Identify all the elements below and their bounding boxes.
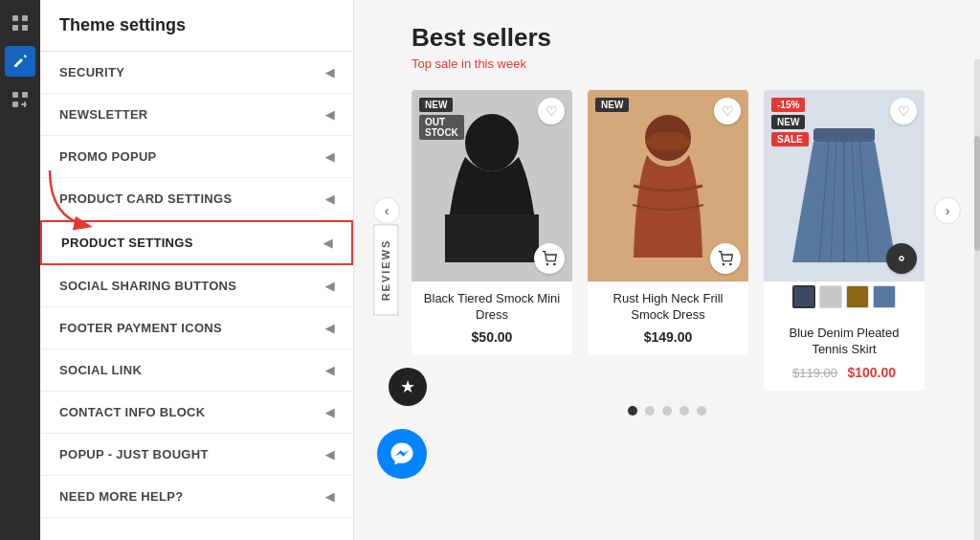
svg-point-11 (465, 114, 519, 171)
product-info: Blue Denim Pleated Tennis Skirt $119.00 … (764, 316, 924, 391)
chevron-icon: ◀ (325, 364, 334, 377)
product-name: Black Tiered Smock Mini Dress (419, 291, 565, 324)
products-grid: NEW OUTSTOCK ♡ Black Tiered Smock Mini D… (412, 90, 923, 391)
section-subtitle: Top sale in this week (412, 56, 923, 71)
dot-1[interactable] (628, 406, 637, 416)
svg-rect-2 (12, 25, 18, 31)
badge-new: NEW (595, 98, 629, 112)
badge-new: NEW (771, 115, 805, 129)
svg-point-15 (723, 263, 724, 264)
fab-messenger-button[interactable] (377, 429, 427, 479)
sidebar-item-newsletter[interactable]: NEWSLETTER ◀ (40, 94, 353, 136)
product-price: $149.00 (595, 329, 741, 345)
sidebar-item-promo-popup[interactable]: PROMO POPUP ◀ (40, 136, 353, 178)
chevron-icon: ◀ (323, 236, 332, 250)
products-container: ‹ NEW OUTSTOCK ♡ (412, 90, 923, 391)
section-title: Best sellers (412, 23, 923, 53)
product-info: Rust High Neck Frill Smock Dress $149.00 (588, 281, 748, 354)
sidebar-item-footer-payment-icons[interactable]: FOOTER PAYMENT ICONS ◀ (40, 307, 353, 349)
chevron-icon: ◀ (325, 66, 334, 79)
svg-rect-9 (21, 103, 27, 105)
variant-thumbnail[interactable] (792, 285, 815, 308)
variant-thumbnail[interactable] (846, 285, 869, 308)
product-info: Black Tiered Smock Mini Dress $50.00 (412, 281, 572, 354)
next-button[interactable]: › (934, 197, 961, 224)
sidebar-item-security[interactable]: SECURITY ◀ (40, 52, 353, 94)
svg-point-16 (730, 263, 731, 264)
dot-2[interactable] (645, 406, 655, 416)
sidebar-title: Theme settings (40, 0, 353, 52)
best-sellers-section: Best sellers Top sale in this week ‹ (354, 0, 980, 540)
dot-5[interactable] (697, 406, 706, 416)
sidebar-list: SECURITY ◀ NEWSLETTER ◀ PROMO POPUP ◀ PR… (40, 52, 353, 540)
wishlist-button[interactable]: ♡ (538, 98, 565, 124)
wishlist-button[interactable]: ♡ (890, 98, 917, 124)
chevron-icon: ◀ (325, 150, 334, 164)
sidebar-item-security-label: SECURITY (59, 65, 124, 79)
cart-button[interactable] (534, 243, 565, 274)
svg-rect-6 (22, 92, 28, 98)
chevron-icon: ◀ (325, 192, 334, 206)
wishlist-button[interactable]: ♡ (714, 98, 741, 124)
chevron-icon: ◀ (325, 280, 334, 293)
sidebar-item-promo-popup-label: PROMO POPUP (59, 149, 157, 164)
badge-new: NEW (419, 98, 453, 112)
chevron-icon: ◀ (325, 406, 334, 419)
svg-rect-0 (12, 15, 18, 21)
toolbar (0, 0, 40, 540)
variant-thumbnail[interactable] (873, 285, 896, 308)
product-name: Blue Denim Pleated Tennis Skirt (771, 326, 917, 358)
product-name: Rust High Neck Frill Smock Dress (595, 291, 741, 324)
product-image: -15% NEW SALE ♡ (764, 90, 924, 281)
chevron-icon: ◀ (325, 448, 334, 461)
sidebar-item-footer-payment-label: FOOTER PAYMENT ICONS (59, 321, 222, 335)
sidebar-item-contact-label: CONTACT INFO BLOCK (59, 405, 205, 419)
sidebar-item-product-card-settings[interactable]: PRODUCT CARD SETTINGS ◀ (40, 178, 353, 220)
sidebar-item-newsletter-label: NEWSLETTER (59, 107, 148, 122)
product-card: NEW ♡ Rust High Neck Frill Smock Dress $… (588, 90, 748, 354)
svg-rect-1 (22, 15, 28, 21)
sidebar-item-popup-label: POPUP - JUST BOUGHT (59, 447, 209, 461)
sidebar-item-help-label: NEED MORE HELP? (59, 489, 183, 504)
sidebar-item-need-more-help[interactable]: NEED MORE HELP? ◀ (40, 476, 353, 518)
toolbar-grid-icon[interactable] (5, 8, 35, 38)
svg-point-13 (554, 263, 555, 264)
subtitle-highlight: in this week (461, 56, 526, 71)
sidebar-item-product-settings[interactable]: PRODUCT SETTINGS ◀ (40, 220, 353, 265)
sidebar-item-social-link-label: SOCIAL LINK (59, 363, 142, 377)
product-price-old: $119.00 (792, 366, 837, 380)
dot-3[interactable] (662, 406, 672, 416)
sidebar-item-social-sharing-label: SOCIAL SHARING BUTTONS (59, 279, 236, 293)
svg-rect-3 (22, 25, 28, 31)
svg-rect-5 (12, 92, 18, 98)
dot-4[interactable] (679, 406, 689, 416)
prev-button[interactable]: ‹ (373, 197, 400, 224)
subtitle-plain: Top sale (412, 56, 461, 71)
reviews-tab[interactable]: REVIEWS (373, 225, 398, 316)
sidebar-item-social-sharing-buttons[interactable]: SOCIAL SHARING BUTTONS ◀ (40, 265, 353, 307)
product-card: -15% NEW SALE ♡ (764, 90, 924, 391)
fab-star-button[interactable]: ★ (389, 368, 427, 406)
svg-point-23 (900, 257, 903, 260)
product-card: NEW OUTSTOCK ♡ Black Tiered Smock Mini D… (412, 90, 572, 354)
svg-rect-7 (12, 101, 18, 107)
sidebar-item-product-settings-label: PRODUCT SETTINGS (61, 236, 193, 250)
cart-button[interactable] (710, 243, 741, 274)
product-image: NEW OUTSTOCK ♡ (412, 90, 572, 281)
badge-out-stock: OUTSTOCK (419, 115, 464, 140)
sidebar-item-social-link[interactable]: SOCIAL LINK ◀ (40, 349, 353, 392)
sidebar: Theme settings SECURITY ◀ NEWSLETTER ◀ P… (40, 0, 354, 540)
chevron-icon: ◀ (325, 108, 334, 122)
svg-point-12 (546, 263, 547, 264)
badge-discount: -15% (771, 98, 805, 112)
sidebar-item-popup-just-bought[interactable]: POPUP - JUST BOUGHT ◀ (40, 434, 353, 476)
cart-button[interactable] (886, 243, 917, 274)
product-image: NEW ♡ (588, 90, 748, 281)
sidebar-item-contact-info-block[interactable]: CONTACT INFO BLOCK ◀ (40, 392, 353, 434)
variant-thumbnail[interactable] (819, 285, 842, 308)
product-pricing: $119.00 $100.00 (771, 364, 917, 381)
toolbar-tool-icon[interactable] (5, 46, 35, 77)
product-price-new: $100.00 (847, 365, 896, 380)
toolbar-add-icon[interactable] (5, 84, 35, 115)
color-variants (764, 281, 924, 316)
